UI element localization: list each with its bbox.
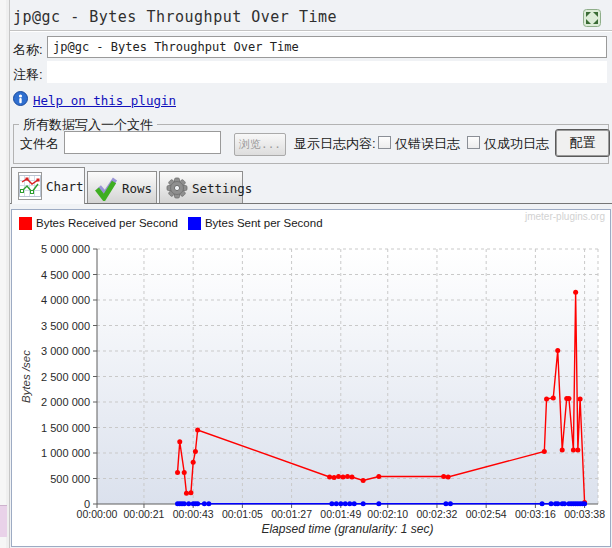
svg-text:00:01:05: 00:01:05 [222,508,263,520]
svg-text:Elapsed time (granularity: 1 s: Elapsed time (granularity: 1 sec) [261,522,433,536]
svg-text:5 000 000: 5 000 000 [41,243,90,255]
svg-text:1 500 000: 1 500 000 [41,422,90,434]
svg-text:2 500 000: 2 500 000 [41,371,90,383]
tabbar-bottom-line [10,203,612,204]
svg-text:1 000 000: 1 000 000 [41,447,90,459]
splitpane-divider[interactable] [0,0,10,548]
gear-icon [166,177,188,199]
filename-input[interactable] [64,131,221,154]
browse-button[interactable]: 浏览... [234,133,286,156]
tab-label: Settings [192,181,252,196]
chart-plot: 0500 0001 000 0001 500 0002 000 0002 500… [12,230,610,546]
header-separator [10,30,612,32]
plugin-panel: jp@gc - Bytes Throughput Over Time 名称: 注… [0,0,612,548]
tab-settings[interactable]: Settings [159,171,243,204]
svg-text:4 500 000: 4 500 000 [41,269,90,281]
chart-icon [18,172,42,200]
tree-selection-edge [0,505,7,537]
name-label: 名称: [13,41,43,59]
svg-text:00:02:32: 00:02:32 [417,508,458,520]
svg-text:00:01:49: 00:01:49 [320,508,361,520]
file-groupbox: 所有数据写入一个文件 文件名 浏览... 显示日志内容: 仅错误日志 仅成功日志… [13,124,609,164]
help-link[interactable]: Help on this plugin [33,93,176,108]
tab-chart[interactable]: Chart [11,167,85,204]
svg-text:Bytes /sec: Bytes /sec [20,350,32,403]
svg-text:00:00:21: 00:00:21 [124,508,165,520]
divider-inner [0,0,6,548]
chart-panel: Bytes Received per Second Bytes Sent per… [11,209,611,547]
page-title: jp@gc - Bytes Throughput Over Time [13,8,337,26]
errors-only-label: 仅错误日志 [395,135,460,153]
success-only-label: 仅成功日志 [484,135,549,153]
filename-label: 文件名 [20,135,59,153]
svg-text:3 500 000: 3 500 000 [41,320,90,332]
svg-text:2 000 000: 2 000 000 [41,396,90,408]
svg-text:00:03:38: 00:03:38 [564,508,605,520]
configure-button[interactable]: 配置 [555,129,610,157]
svg-text:4 000 000: 4 000 000 [41,294,90,306]
tab-label: Rows [122,181,152,196]
errors-only-checkbox[interactable] [378,136,391,149]
legend-swatch-received [19,217,32,230]
info-icon [13,91,28,110]
name-input[interactable] [47,36,607,58]
tab-rows[interactable]: Rows [87,171,157,204]
comment-input[interactable] [47,61,607,83]
tab-label: Chart [46,179,84,194]
log-display-label: 显示日志内容: [294,135,376,153]
watermark: jmeter-plugins.org [525,211,605,222]
svg-text:00:02:54: 00:02:54 [466,508,507,520]
svg-text:500 000: 500 000 [50,473,90,485]
legend-label-received: Bytes Received per Second [36,217,178,229]
chart-legend: Bytes Received per Second Bytes Sent per… [19,216,333,230]
comment-label: 注释: [13,66,43,84]
legend-label-sent: Bytes Sent per Second [205,217,323,229]
checkmark-icon [94,175,118,201]
svg-text:3 000 000: 3 000 000 [41,345,90,357]
svg-text:00:00:00: 00:00:00 [77,508,118,520]
expand-icon[interactable] [583,9,601,27]
svg-text:00:03:16: 00:03:16 [515,508,556,520]
success-only-checkbox[interactable] [467,136,480,149]
legend-swatch-sent [188,217,201,230]
svg-text:00:01:27: 00:01:27 [271,508,312,520]
svg-text:00:00:43: 00:00:43 [173,508,214,520]
help-row: Help on this plugin [13,91,176,109]
svg-text:00:02:10: 00:02:10 [367,508,408,520]
